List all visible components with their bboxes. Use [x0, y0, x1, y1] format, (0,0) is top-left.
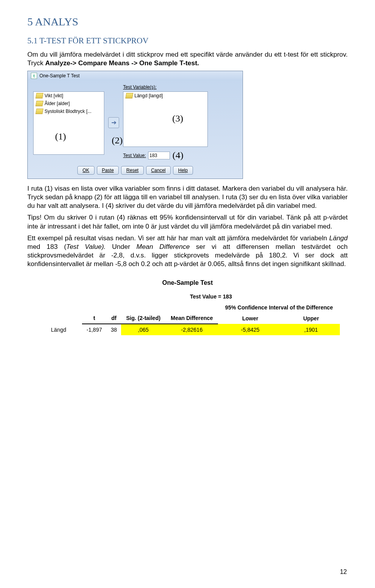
reset-button[interactable]: Reset: [121, 166, 143, 175]
paragraph-4: Ett exempel på resultat visas nedan. Vi …: [27, 234, 348, 268]
col-sig: Sig. (2-tailed): [121, 302, 165, 324]
page-number: 12: [340, 568, 347, 575]
col-df: df: [107, 302, 121, 324]
dialog-button-row: OK Paste Reset Cancel Help: [28, 163, 243, 179]
col-meandiff: Mean Difference: [166, 302, 218, 324]
cell-lower: -5,8425: [218, 324, 282, 335]
cell-meandiff: -2,82616: [166, 324, 218, 335]
annotation-4: (4): [172, 150, 183, 161]
ruler-icon: [36, 93, 43, 98]
arrow-right-icon: ➔: [111, 119, 116, 126]
help-button[interactable]: Help: [173, 166, 193, 175]
test-variables-label: Test Variable(s):: [123, 84, 208, 90]
paragraph-1-bold: Analyze-> Compare Means -> One Sample T-…: [45, 59, 199, 67]
var-item[interactable]: Systoliskt Blodtryck [...: [45, 109, 91, 114]
p4-i1: Längd: [329, 234, 348, 242]
p4-i3: Mean Difference: [136, 243, 189, 250]
p4-a: Ett exempel på resultat visas nedan. Vi …: [27, 234, 329, 242]
one-sample-test-table: Test Value = 183 t df Sig. (2-tailed) Me…: [35, 291, 340, 335]
cell-df: 38: [107, 324, 121, 335]
p4-c: Under: [106, 243, 137, 250]
table-caption: One-Sample Test: [27, 279, 348, 286]
cell-upper: ,1901: [282, 324, 340, 335]
ruler-icon: [36, 101, 43, 106]
subsection-heading: 5.1 T-TEST FÖR ETT STICKPROV: [27, 36, 348, 46]
test-value-label: Test Value:: [123, 153, 146, 158]
p4-b: med 183 (: [27, 243, 66, 250]
test-variable-panel[interactable]: Längd [langd]: [123, 91, 208, 147]
col-t: t: [82, 302, 107, 324]
ruler-icon: [125, 93, 133, 98]
var-item[interactable]: Vikt [vikt]: [45, 93, 63, 98]
row-label: Längd: [35, 324, 82, 335]
dialog-titlebar: t One-Sample T Test: [28, 71, 243, 80]
paragraph-1: Om du vill jämföra medelvärdet i ditt st…: [27, 50, 348, 68]
ci-header: 95% Confidence Interval of the Differenc…: [218, 302, 340, 313]
paste-button[interactable]: Paste: [97, 166, 119, 175]
one-sample-t-test-dialog: t One-Sample T Test Vikt [vikt] Ålder [a…: [27, 71, 243, 179]
cell-sig: ,065: [121, 324, 165, 335]
ok-button[interactable]: OK: [77, 166, 94, 175]
col-lower: Lower: [218, 313, 282, 324]
cancel-button[interactable]: Cancel: [146, 166, 171, 175]
variable-list-panel[interactable]: Vikt [vikt] Ålder [alder] Systoliskt Blo…: [33, 91, 104, 155]
dialog-app-icon: t: [31, 73, 37, 79]
col-upper: Upper: [282, 313, 340, 324]
move-variable-button[interactable]: ➔: [108, 117, 119, 128]
paragraph-3: Tips! Om du skriver 0 i rutan (4) räknas…: [27, 213, 348, 231]
var-item[interactable]: Längd [langd]: [134, 93, 163, 98]
test-value-input[interactable]: [148, 152, 170, 159]
p4-i2: Test Value).: [66, 243, 106, 250]
table-span-header: Test Value = 183: [82, 291, 340, 302]
dialog-title: One-Sample T Test: [39, 73, 80, 79]
var-item[interactable]: Ålder [alder]: [45, 101, 70, 106]
ruler-icon: [36, 109, 43, 114]
paragraph-2: I ruta (1) visas en lista over vilka var…: [27, 184, 348, 210]
cell-t: -1,897: [82, 324, 107, 335]
section-heading: 5 ANALYS: [27, 16, 348, 28]
